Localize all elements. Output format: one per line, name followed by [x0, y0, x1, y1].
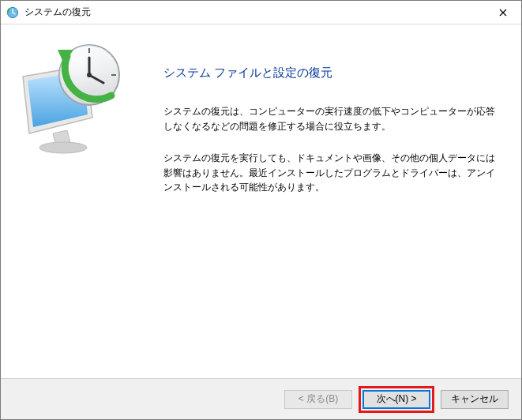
description-paragraph-2: システムの復元を実行しても、ドキュメントや画像、その他の個人データには影響はあり…	[163, 151, 499, 195]
svg-point-1	[39, 142, 87, 153]
illustration-column	[1, 24, 151, 378]
system-restore-illustration	[18, 42, 129, 160]
system-restore-icon	[6, 6, 20, 20]
titlebar: システムの復元	[1, 1, 521, 24]
dialog-footer: < 戻る(B) 次へ(N) > キャンセル	[1, 378, 521, 419]
cancel-button[interactable]: キャンセル	[441, 390, 509, 409]
close-icon	[499, 9, 507, 17]
window-title: システムの復元	[24, 6, 485, 19]
system-restore-dialog: システムの復元	[0, 0, 522, 420]
back-button: < 戻る(B)	[284, 390, 352, 409]
svg-point-10	[87, 73, 92, 77]
next-button[interactable]: 次へ(N) >	[362, 390, 430, 409]
description-paragraph-1: システムの復元は、コンピューターの実行速度の低下やコンピューターが応答しなくなる…	[163, 104, 499, 133]
close-button[interactable]	[485, 1, 521, 24]
content-column: システム ファイルと設定の復元 システムの復元は、コンピューターの実行速度の低下…	[151, 24, 521, 378]
next-button-highlight: 次へ(N) >	[359, 386, 434, 413]
page-heading: システム ファイルと設定の復元	[163, 66, 499, 81]
dialog-body: システム ファイルと設定の復元 システムの復元は、コンピューターの実行速度の低下…	[1, 24, 521, 378]
